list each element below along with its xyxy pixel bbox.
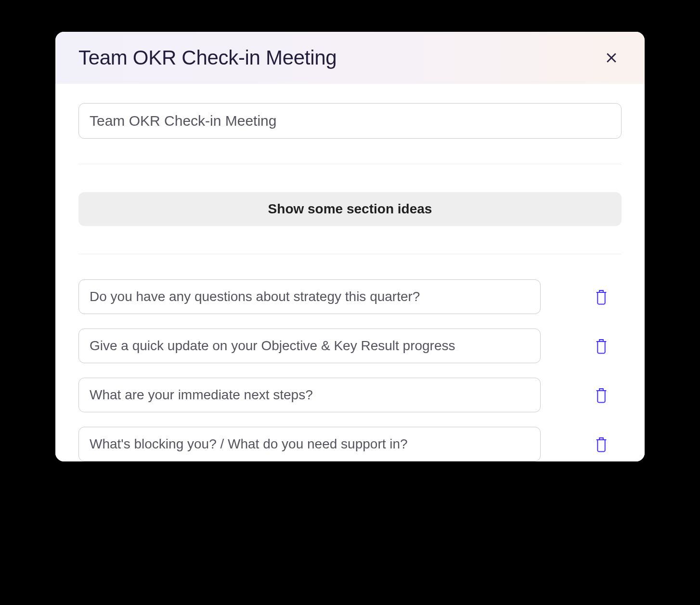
delete-question-button[interactable] (591, 433, 612, 456)
question-input[interactable] (78, 378, 541, 412)
trash-icon (594, 337, 609, 355)
show-section-ideas-button[interactable]: Show some section ideas (78, 192, 622, 226)
section-ideas-wrap: Show some section ideas (78, 164, 622, 226)
modal-header: Team OKR Check-in Meeting (55, 32, 645, 84)
trash-icon (594, 386, 609, 404)
modal-title: Team OKR Check-in Meeting (78, 46, 337, 69)
close-icon (604, 51, 619, 65)
delete-question-button[interactable] (591, 383, 612, 407)
delete-question-button[interactable] (591, 334, 612, 357)
question-input[interactable] (78, 427, 541, 461)
close-button[interactable] (601, 48, 622, 68)
question-row (78, 378, 622, 412)
meeting-title-input[interactable] (78, 103, 622, 139)
trash-icon (594, 288, 609, 305)
delete-question-button[interactable] (591, 285, 612, 308)
question-row (78, 329, 622, 363)
questions-list (78, 254, 622, 461)
trash-icon (594, 435, 609, 453)
question-row (78, 279, 622, 314)
modal-body: Show some section ideas (55, 84, 645, 461)
meeting-template-modal: Team OKR Check-in Meeting Show some sect… (55, 32, 645, 461)
question-input[interactable] (78, 279, 541, 314)
question-row (78, 427, 622, 461)
question-input[interactable] (78, 329, 541, 363)
